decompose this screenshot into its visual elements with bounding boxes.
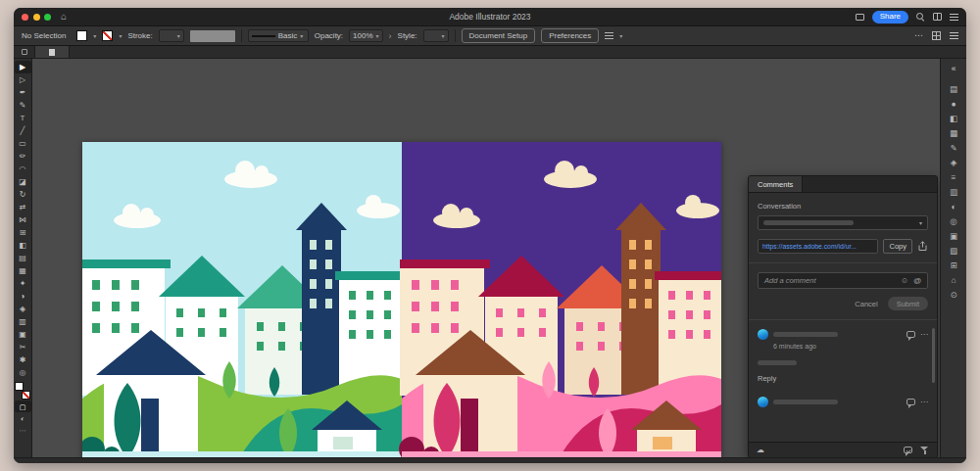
stroke-color-caret-icon[interactable]: ▾ (119, 32, 122, 39)
draw-mode-icon[interactable]: ▢ (15, 400, 31, 412)
width-tool[interactable]: ⋈ (15, 213, 31, 226)
scale-tool[interactable]: ⇄ (15, 201, 31, 213)
shaper-tool[interactable]: ◠ (15, 163, 31, 175)
blend-tool[interactable]: ◑ (15, 290, 31, 303)
workspace-switcher-icon[interactable] (933, 13, 942, 21)
fill-color-caret-icon[interactable]: ▾ (93, 32, 96, 39)
artwork-city-illustration[interactable] (82, 142, 721, 457)
comments-panel-footer: ☁ (749, 442, 937, 457)
stroke-color-swatch[interactable] (102, 30, 113, 41)
snap-grid-icon[interactable] (932, 31, 941, 40)
mesh-tool[interactable]: ▦ (15, 264, 31, 277)
properties-panel-icon[interactable]: ▤ (945, 82, 963, 96)
comment-bubble-icon[interactable] (906, 331, 915, 338)
color-panel-icon[interactable]: ● (945, 97, 963, 111)
opacity-value: 100% (353, 31, 372, 40)
style-label: Style: (398, 31, 417, 40)
reply-button[interactable]: Reply (758, 374, 928, 383)
type-tool[interactable]: T (15, 112, 31, 124)
zoom-tool[interactable]: ◎ (15, 366, 31, 379)
comment-item: ⋯ 6 minutes ago Reply (758, 329, 928, 383)
tab-overflow-icon[interactable] (22, 49, 27, 55)
symbols-panel-icon[interactable]: ◈ (945, 156, 963, 169)
scrollbar[interactable] (932, 328, 935, 383)
stroke-swatch-icon[interactable] (22, 391, 30, 400)
graphic-style-dropdown[interactable]: ▾ (423, 29, 449, 42)
collapse-panels-icon[interactable]: « (945, 62, 963, 75)
chevron-down-icon: ▾ (177, 32, 180, 39)
preferences-button[interactable]: Preferences (541, 28, 599, 43)
artboards-panel-icon[interactable]: ⊞ (945, 259, 963, 272)
comment-timestamp: 6 minutes ago (773, 343, 928, 350)
document-setup-button[interactable]: Document Setup (462, 28, 536, 43)
brush-definition-dropdown[interactable]: Basic ▾ (248, 29, 309, 42)
fill-color-swatch[interactable] (76, 30, 87, 41)
stroke-weight-dropdown[interactable]: ▾ (159, 29, 184, 42)
canvas[interactable]: Comments Conversation ▾ https://assets.a… (32, 59, 940, 457)
transparency-panel-icon[interactable]: ◐ (945, 200, 963, 213)
panel-menu-icon[interactable] (950, 32, 958, 39)
share-link-field[interactable]: https://assets.adobe.com/id/ur... (758, 239, 878, 254)
direct-selection-tool[interactable]: ▷ (15, 73, 31, 86)
add-comment-input[interactable]: Add a comment ☺ @ (758, 272, 928, 289)
emoji-icon[interactable]: ☺ (901, 276, 908, 285)
symbol-sprayer-tool[interactable]: ◈ (15, 303, 31, 315)
comments-panel-icon[interactable]: ⊙ (945, 288, 963, 302)
conversation-dropdown[interactable]: ▾ (758, 215, 928, 230)
curvature-tool[interactable]: ✎ (15, 99, 31, 112)
layers-panel-icon[interactable]: ▧ (945, 244, 963, 258)
more-options-icon[interactable]: ⋯ (920, 399, 928, 406)
eraser-tool[interactable]: ◪ (15, 175, 31, 188)
resolved-comments-icon[interactable] (904, 447, 912, 453)
hand-tool[interactable]: ✱ (15, 353, 31, 366)
mention-icon[interactable]: @ (913, 276, 921, 285)
stroke-panel-icon[interactable]: ≡ (945, 170, 963, 184)
document-tab-bar (14, 46, 966, 59)
app-menu-icon[interactable] (950, 14, 958, 21)
edit-toolbar-icon[interactable]: ⋯ (15, 424, 31, 436)
artwork-day-half[interactable] (82, 142, 404, 457)
color-guide-panel-icon[interactable]: ◧ (945, 112, 963, 125)
document-icon (49, 49, 55, 56)
more-tools-icon[interactable]: ⋯ (914, 31, 923, 40)
libraries-panel-icon[interactable]: ⌂ (945, 273, 963, 287)
eyedropper-tool[interactable]: ✦ (15, 277, 31, 290)
comments-tab[interactable]: Comments (749, 176, 803, 192)
opacity-dropdown[interactable]: 100% ▾ (349, 29, 382, 42)
fill-swatch-icon[interactable] (15, 382, 24, 391)
fill-stroke-swatches[interactable] (15, 382, 30, 400)
search-icon[interactable] (916, 13, 925, 22)
cancel-button[interactable]: Cancel (855, 300, 877, 308)
comment-bubble-icon[interactable] (906, 399, 915, 405)
gradient-tool[interactable]: ▤ (15, 252, 31, 264)
shape-builder-tool[interactable]: ◧ (15, 239, 31, 252)
artwork-night-half[interactable] (399, 142, 721, 457)
selection-tool[interactable]: ▶ (15, 61, 31, 73)
gradient-panel-icon[interactable]: ▥ (945, 185, 963, 199)
device-preview-icon[interactable] (856, 14, 864, 21)
rotate-tool[interactable]: ↻ (15, 188, 31, 201)
filter-icon[interactable] (920, 446, 929, 454)
share-export-icon[interactable] (917, 241, 928, 252)
artboard-tool[interactable]: ▣ (15, 328, 31, 341)
more-options-icon[interactable]: ⋯ (920, 331, 928, 339)
rectangle-tool[interactable]: ▭ (15, 137, 31, 150)
column-graph-tool[interactable]: ▥ (15, 315, 31, 328)
screen-mode-icon[interactable]: ◐ (15, 412, 31, 424)
slice-tool[interactable]: ✂ (15, 341, 31, 353)
brushes-panel-icon[interactable]: ✎ (945, 141, 963, 155)
graphic-styles-panel-icon[interactable]: ▣ (945, 229, 963, 243)
swatches-panel-icon[interactable]: ▦ (945, 126, 963, 140)
submit-button[interactable]: Submit (888, 297, 928, 310)
line-segment-tool[interactable]: ╱ (15, 124, 31, 137)
appearance-panel-icon[interactable]: ◎ (945, 214, 963, 228)
pen-tool[interactable]: ✒ (15, 86, 31, 99)
document-tab[interactable] (34, 46, 70, 58)
paintbrush-tool[interactable]: ✏ (15, 150, 31, 163)
more-options-chevron-icon[interactable]: › (389, 31, 392, 41)
free-transform-tool[interactable]: ⊞ (15, 226, 31, 239)
share-button[interactable]: Share (872, 11, 908, 24)
chevron-down-icon[interactable]: ▾ (619, 32, 622, 39)
text-align-icon[interactable] (605, 32, 613, 40)
copy-link-button[interactable]: Copy (883, 239, 912, 254)
